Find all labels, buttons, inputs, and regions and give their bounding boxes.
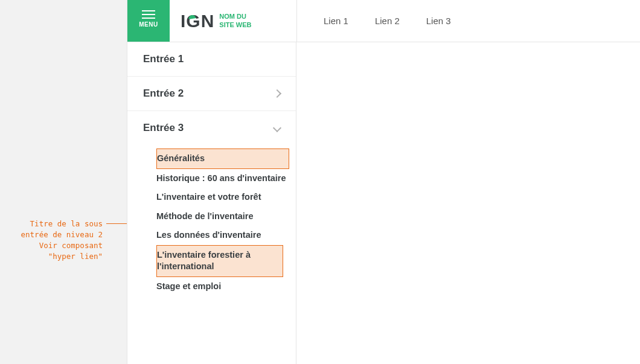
submenu-item-generalites[interactable]: Généralités (156, 148, 289, 169)
menu-button[interactable]: MENU (127, 0, 170, 42)
site-name: NOM DUSITE WEB (219, 13, 251, 28)
topbar: MENU IGN NOM DUSITE WEB Lien 1 Lien 2 Li… (127, 0, 640, 42)
brand: IGN NOM DUSITE WEB (170, 0, 296, 42)
submenu-item-stage[interactable]: Stage et emploi (156, 277, 295, 296)
app-frame: MENU IGN NOM DUSITE WEB Lien 1 Lien 2 Li… (127, 0, 640, 364)
design-spec-canvas: Titre de la sous entrée de niveau 2 Voir… (0, 0, 640, 364)
submenu-item-votreforet[interactable]: L'inventaire et votre forêt (156, 188, 295, 207)
topnav-link-3[interactable]: Lien 3 (426, 16, 451, 26)
submenu-item-methode[interactable]: Méthode de l'inventaire (156, 207, 295, 226)
sidebar-item-3[interactable]: Entrée 3 (127, 111, 296, 145)
sidebar: Entrée 1 Entrée 2 Entrée 3 Généralités H… (127, 42, 296, 364)
topnav-link-1[interactable]: Lien 1 (324, 16, 348, 26)
sidebar-item-label: Entrée 1 (143, 53, 184, 65)
hamburger-icon (142, 14, 155, 15)
menu-label: MENU (139, 21, 158, 28)
sidebar-item-1[interactable]: Entrée 1 (127, 42, 296, 77)
annotation-sublabel: Titre de la sous entrée de niveau 2 Voir… (0, 219, 103, 263)
submenu-item-international[interactable]: L'inventaire forestier à l'international (156, 245, 283, 277)
logo: IGN (181, 11, 213, 31)
sidebar-item-2[interactable]: Entrée 2 (127, 77, 296, 111)
chevron-right-icon (273, 89, 281, 98)
chevron-down-icon (273, 124, 281, 132)
submenu-item-donnees[interactable]: Les données d'inventaire (156, 226, 295, 245)
sidebar-item-label: Entrée 3 (143, 122, 184, 134)
sidebar-item-label: Entrée 2 (143, 88, 184, 100)
topnav: Lien 1 Lien 2 Lien 3 (297, 0, 451, 42)
sidebar-submenu: Généralités Historique : 60 ans d'invent… (127, 145, 296, 302)
topnav-link-2[interactable]: Lien 2 (375, 16, 400, 26)
submenu-item-historique[interactable]: Historique : 60 ans d'inventaire (156, 169, 295, 188)
